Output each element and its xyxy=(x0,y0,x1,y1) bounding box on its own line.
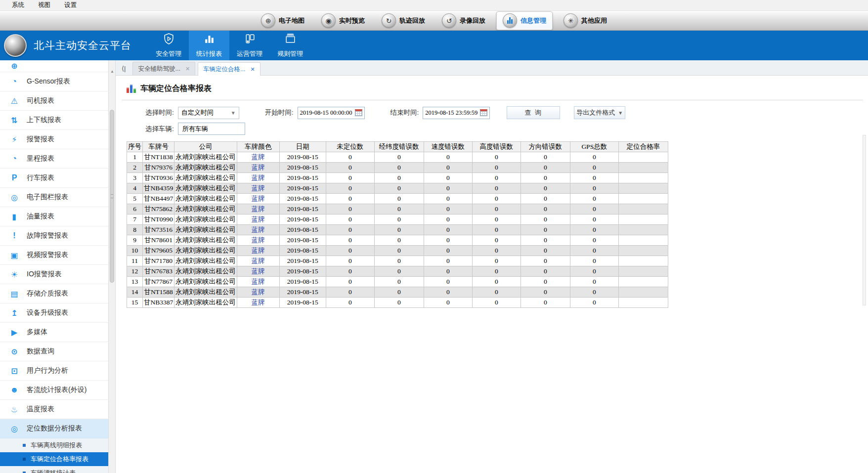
module-tab-3[interactable]: 运营管理 xyxy=(229,31,270,60)
sidebar-subitem-车辆定位合格率报表[interactable]: 车辆定位合格率报表 xyxy=(0,452,108,466)
sidebar-item-客流统计报表(外设)[interactable]: ☻客流统计报表(外设) xyxy=(0,381,108,400)
sidebar-item-行车报表[interactable]: P行车报表 xyxy=(0,169,108,188)
time-type-select[interactable]: 自定义时间 ▼ xyxy=(178,107,239,119)
cell: 永靖刘家峡出租公司 xyxy=(174,235,237,246)
module-tab-2[interactable]: 统计报表 xyxy=(189,31,229,60)
module-tab-1[interactable]: 安全管理 xyxy=(148,31,189,60)
table-row[interactable]: 3甘NT0936永靖刘家峡出租公司蓝牌2019-08-15000000 xyxy=(127,173,668,183)
sidebar-item-IO报警报表[interactable]: ☀IO报警报表 xyxy=(0,265,108,284)
table-row[interactable]: 6甘N75862永靖刘家峡出租公司蓝牌2019-08-15000000 xyxy=(127,204,668,215)
cell: 0 xyxy=(570,152,618,163)
table-row[interactable]: 5甘NB4497永靖刘家峡出租公司蓝牌2019-08-15000000 xyxy=(127,194,668,204)
table-row[interactable]: 11甘N71780永靖刘家峡出租公司蓝牌2019-08-15000000 xyxy=(127,256,668,266)
sidebar-item-G-Sensor报表[interactable]: ◔G-Sensor报表 xyxy=(0,72,108,91)
chevron-down-icon: ▼ xyxy=(618,110,623,116)
toolbar-button-1[interactable]: ⊕电子地图 xyxy=(255,12,310,30)
table-row[interactable]: 13甘N77867永靖刘家峡出租公司蓝牌2019-08-15000000 xyxy=(127,277,668,287)
cell: 0 xyxy=(326,152,374,163)
sidebar-item-电子围栏报表[interactable]: ◎电子围栏报表 xyxy=(0,188,108,207)
cell: 0 xyxy=(570,183,618,194)
toolbar-button-2[interactable]: ◉实时预览 xyxy=(315,12,371,30)
end-time-input[interactable]: 2019-08-15 23:59:59 xyxy=(423,107,490,119)
sidebar-item-设备升级报表[interactable]: ↥设备升级报表 xyxy=(0,303,108,323)
module-tab-4[interactable]: 规则管理 xyxy=(270,31,310,60)
module-tab-label: 安全管理 xyxy=(156,49,181,58)
table-row[interactable]: 9甘N78601永靖刘家峡出租公司蓝牌2019-08-15000000 xyxy=(127,235,668,246)
query-button[interactable]: 查 询 xyxy=(507,106,560,119)
page-title: 车辆定位合格率报表 xyxy=(140,84,212,94)
export-format-button[interactable]: 导出文件格式 ▼ xyxy=(574,106,625,119)
menu-item-0[interactable]: 系统 xyxy=(5,1,31,9)
sidebar-item-存储介质报表[interactable]: ▤存储介质报表 xyxy=(0,284,108,303)
calendar-icon[interactable] xyxy=(480,109,487,116)
sidebar-item-温度报表[interactable]: ♨温度报表 xyxy=(0,400,108,419)
tab-strip: ⟨| 安全辅助驾驶...✕车辆定位合格...✕ xyxy=(116,60,868,76)
cell: 0 xyxy=(374,246,424,256)
start-time-input[interactable]: 2019-08-15 00:00:00 xyxy=(298,107,365,119)
cell: 0 xyxy=(521,194,570,204)
sidebar-item-油量报表[interactable]: ▮油量报表 xyxy=(0,207,108,226)
tab-scroll-left-button[interactable]: ⟨| xyxy=(122,65,126,72)
table-row[interactable]: 14甘NT1588永靖刘家峡出租公司蓝牌2019-08-15000000 xyxy=(127,287,668,298)
menu-item-2[interactable]: 设置 xyxy=(57,1,84,9)
sidebar-item-故障报警报表[interactable]: !故障报警报表 xyxy=(0,226,108,246)
sidebar-item-clipped[interactable]: ⊕ xyxy=(0,60,108,72)
cell xyxy=(618,215,668,225)
table-row[interactable]: 7甘NT0990永靖刘家峡出租公司蓝牌2019-08-15000000 xyxy=(127,215,668,225)
toolbar-button-6[interactable]: ✳其他应用 xyxy=(558,12,613,30)
cell: 甘N76783 xyxy=(143,266,174,277)
cell: 0 xyxy=(326,246,374,256)
sidebar-item-定位数据分析报表[interactable]: ◎定位数据分析报表 xyxy=(0,419,108,438)
toolbar-button-label: 实时预览 xyxy=(339,16,365,25)
table-row[interactable]: 12甘N76783永靖刘家峡出租公司蓝牌2019-08-15000000 xyxy=(127,266,668,277)
sidebar-subitem-车辆离线明细报表[interactable]: 车辆离线明细报表 xyxy=(0,438,108,452)
scrollbar-thumb[interactable] xyxy=(110,110,114,283)
tab-close-icon[interactable]: ✕ xyxy=(185,66,190,72)
cell: 0 xyxy=(570,215,618,225)
sidebar-subitem-车辆漂移统计表[interactable]: 车辆漂移统计表 xyxy=(0,466,108,473)
menu-item-1[interactable]: 视图 xyxy=(31,1,57,9)
cell xyxy=(618,298,668,308)
video-alarm-icon: ▣ xyxy=(9,251,20,260)
vehicle-select-input[interactable]: 所有车辆 xyxy=(178,123,245,135)
table-row[interactable]: 10甘N79605永靖刘家峡出租公司蓝牌2019-08-15000000 xyxy=(127,246,668,256)
sidebar-item-数据查询[interactable]: ⊙数据查询 xyxy=(0,342,108,361)
sidebar-item-上下线报表[interactable]: ⇅上下线报表 xyxy=(0,111,108,130)
table-row[interactable]: 2甘N79376永靖刘家峡出租公司蓝牌2019-08-15000000 xyxy=(127,163,668,173)
toolbar-button-3[interactable]: ↻轨迹回放 xyxy=(376,12,431,30)
table-row[interactable]: 15甘NB3387永靖刘家峡出租公司蓝牌2019-08-15000000 xyxy=(127,298,668,308)
table-row[interactable]: 8甘N73516永靖刘家峡出租公司蓝牌2019-08-15000000 xyxy=(127,225,668,235)
chevron-down-icon: ▼ xyxy=(231,110,236,116)
sidebar-item-label: 报警报表 xyxy=(27,135,54,144)
gauge-icon: ◔ xyxy=(9,77,20,86)
sidebar-item-用户行为分析[interactable]: ⊡用户行为分析 xyxy=(0,361,108,381)
sidebar-item-司机报表[interactable]: ⚠司机报表 xyxy=(0,91,108,111)
end-time-label: 结束时间: xyxy=(391,108,419,117)
live-preview-icon: ◉ xyxy=(321,13,336,28)
sidebar-item-里程报表[interactable]: ◔里程报表 xyxy=(0,149,108,169)
scroll-up-arrow-icon[interactable]: ▲ xyxy=(109,69,116,74)
table-row[interactable]: 4甘NB4359永靖刘家峡出租公司蓝牌2019-08-15000000 xyxy=(127,183,668,194)
map-globe-icon: ⊕ xyxy=(261,13,275,28)
passenger-flow-icon: ☻ xyxy=(9,386,20,394)
document-tab-1[interactable]: 安全辅助驾驶...✕ xyxy=(132,62,195,75)
table-scrollbar-track[interactable] xyxy=(863,135,866,305)
sidebar-item-多媒体[interactable]: ▶多媒体 xyxy=(0,323,108,342)
cell: 甘N79376 xyxy=(143,163,174,173)
cell: 0 xyxy=(521,173,570,183)
calendar-icon[interactable] xyxy=(355,109,362,116)
cell: 蓝牌 xyxy=(237,225,279,235)
table-row[interactable]: 1甘NT1838永靖刘家峡出租公司蓝牌2019-08-15000000 xyxy=(127,152,668,163)
cell: 永靖刘家峡出租公司 xyxy=(174,215,237,225)
toolbar-button-5[interactable]: 信息管理 xyxy=(496,11,553,30)
sidebar-item-报警报表[interactable]: ⚡报警报表 xyxy=(0,130,108,149)
document-tab-2[interactable]: 车辆定位合格...✕ xyxy=(198,62,260,76)
tab-close-icon[interactable]: ✕ xyxy=(251,66,255,73)
column-header-定位合格率: 定位合格率 xyxy=(618,142,668,152)
cell: 2019-08-15 xyxy=(279,246,326,256)
cell: 0 xyxy=(424,204,472,215)
sidebar-item-视频报警报表[interactable]: ▣视频报警报表 xyxy=(0,246,108,265)
toolbar-button-4[interactable]: ↺录像回放 xyxy=(436,12,491,30)
toolbar-button-label: 录像回放 xyxy=(460,16,485,25)
sidebar-scrollbar[interactable]: ▲ xyxy=(109,60,116,473)
